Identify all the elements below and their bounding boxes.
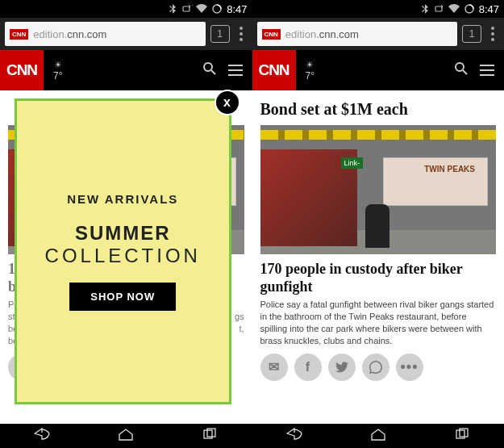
phone-left: 8:47 CNN edition.cnn.com 1 CNN ☀ 7° Bond… (0, 0, 252, 448)
cnn-logo[interactable]: CNN (0, 50, 44, 90)
share-facebook-button[interactable]: f (294, 354, 322, 381)
url-domain: cnn.com (67, 28, 106, 40)
tab-switcher-button[interactable]: 1 (210, 25, 230, 43)
bluetooth-icon (421, 4, 429, 14)
hamburger-menu-icon[interactable] (225, 65, 252, 76)
weather-widget[interactable]: ☀ 7° (44, 60, 72, 82)
site-header: CNN ☀ 7° (0, 50, 252, 90)
cnn-logo[interactable]: CNN (252, 50, 296, 90)
status-time: 8:47 (227, 3, 247, 15)
svg-point-8 (456, 63, 464, 71)
image-sign-text: TWIN PEAKS (424, 165, 475, 174)
circle-icon (212, 4, 222, 14)
url-domain: cnn.com (319, 28, 359, 40)
status-bar: 8:47 (252, 0, 505, 18)
wifi-icon (448, 4, 460, 14)
phone-right: 8:47 CNN edition.cnn.com 1 CNN ☀ 7° Bond… (252, 0, 505, 448)
bluetooth-icon (169, 4, 177, 14)
interstitial-ad: x NEW ARRIVALS SUMMER COLLECTION SHOP NO… (15, 98, 231, 404)
svg-line-9 (463, 70, 467, 74)
site-header: CNN ☀ 7° (252, 50, 505, 90)
share-more-button[interactable]: ••• (396, 354, 423, 381)
weather-widget[interactable]: ☀ 7° (296, 60, 324, 82)
home-button[interactable] (370, 428, 386, 444)
share-whatsapp-button[interactable] (362, 354, 389, 381)
search-icon[interactable] (446, 61, 477, 79)
circle-icon (464, 4, 474, 14)
hamburger-menu-icon[interactable] (477, 65, 504, 76)
temperature: 7° (53, 70, 62, 82)
svg-rect-6 (435, 6, 442, 11)
secondary-headline[interactable]: 170 people in custody after biker gunfig… (260, 261, 497, 295)
share-mail-button[interactable]: ✉ (260, 354, 288, 381)
sun-icon: ☀ (54, 60, 62, 70)
top-headline[interactable]: Bond set at $1M each (260, 100, 497, 119)
ad-close-button[interactable]: x (215, 90, 240, 115)
tab-count: 1 (469, 28, 475, 40)
android-navbar (252, 424, 505, 448)
wifi-icon (196, 4, 207, 14)
share-row: ✉ f ••• (260, 354, 497, 381)
status-bar: 8:47 (0, 0, 252, 18)
browser-toolbar: CNN edition.cnn.com 1 (252, 18, 505, 50)
url-bar[interactable]: CNN edition.cnn.com (5, 22, 206, 46)
article-content: Bond set at $1M each TWIN PEAKS Link- 17… (252, 90, 505, 424)
sun-icon: ☀ (306, 60, 314, 70)
home-button[interactable] (118, 428, 134, 444)
back-button[interactable] (286, 428, 302, 444)
url-prefix: edition. (285, 28, 319, 40)
svg-point-2 (204, 63, 212, 71)
favicon: CNN (10, 29, 28, 40)
ad-subheading: SUMMER COLLECTION (45, 222, 201, 266)
browser-menu-button[interactable] (235, 25, 248, 43)
android-navbar (0, 424, 252, 448)
screen-rotation-icon (434, 4, 444, 14)
svg-rect-0 (183, 6, 190, 11)
browser-menu-button[interactable] (486, 25, 499, 43)
tab-count: 1 (217, 28, 223, 40)
recent-apps-button[interactable] (454, 428, 470, 444)
article-body: Police say a fatal gunfight between riva… (260, 299, 497, 346)
url-prefix: edition. (33, 28, 67, 40)
status-time: 8:47 (479, 3, 499, 15)
share-twitter-button[interactable] (328, 354, 356, 381)
screen-rotation-icon (181, 4, 191, 14)
image-link-badge: Link- (341, 157, 364, 169)
ad-heading: NEW ARRIVALS (67, 192, 178, 206)
hero-image[interactable]: TWIN PEAKS Link- (260, 125, 497, 254)
recent-apps-button[interactable] (202, 428, 218, 444)
back-button[interactable] (34, 428, 50, 444)
temperature: 7° (306, 70, 314, 82)
url-bar[interactable]: CNN edition.cnn.com (257, 22, 458, 46)
svg-line-3 (211, 70, 215, 74)
favicon: CNN (262, 29, 281, 40)
search-icon[interactable] (194, 61, 225, 79)
tab-switcher-button[interactable]: 1 (462, 25, 481, 43)
browser-toolbar: CNN edition.cnn.com 1 (0, 18, 252, 50)
ad-cta-button[interactable]: SHOP NOW (69, 283, 176, 311)
